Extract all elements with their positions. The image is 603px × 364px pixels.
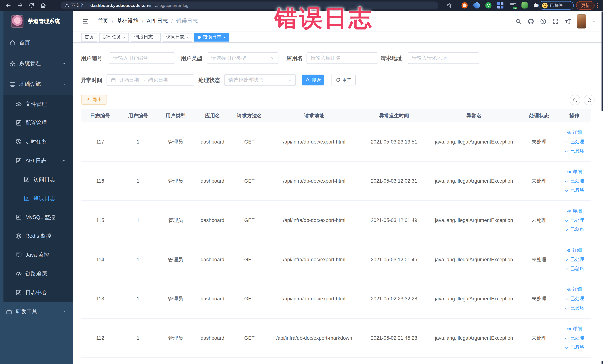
detail-link[interactable]: 详细 <box>567 208 582 214</box>
ignored-link[interactable]: 已忽略 <box>565 148 584 154</box>
breadcrumb: 首页 / 基础设施 / API 日志 / 错误日志 <box>98 18 198 24</box>
cell-user-type: 管理员 <box>157 217 194 224</box>
tag-job[interactable]: 定时任务× <box>99 33 129 41</box>
browser-menu-icon[interactable] <box>597 3 599 8</box>
breadcrumb-api-log[interactable]: API 日志 <box>147 18 168 24</box>
help-icon[interactable] <box>540 18 546 24</box>
logo-image <box>11 15 23 28</box>
user-id-input[interactable]: 请输入用户编号 <box>109 52 175 64</box>
sidebar-item-devtools[interactable]: 研发工具 <box>0 301 73 322</box>
user-type-select[interactable]: 请选择用户类型 <box>207 52 278 64</box>
sidebar-item-mysql[interactable]: MySQL 监控 <box>3 208 73 227</box>
request-url-label: 请求地址 <box>381 52 402 64</box>
sidebar-item-log-center[interactable]: 日志中心 <box>3 283 73 302</box>
address-bar[interactable]: 不安全 dashboard.yudao.iocoder.cn/infra/log… <box>61 1 438 9</box>
home-browser-icon[interactable] <box>40 2 46 8</box>
sidebar-item-infra[interactable]: 基础设施 <box>3 74 73 94</box>
github-icon[interactable] <box>528 18 534 24</box>
detail-link[interactable]: 详细 <box>567 129 582 136</box>
sidebar-item-access-log[interactable]: 访问日志 <box>3 170 73 189</box>
sidebar-item-redis[interactable]: Redis 监控 <box>3 227 73 246</box>
extension-on-badge-icon[interactable]: on <box>510 2 516 8</box>
extension-pin-icon[interactable] <box>473 1 481 10</box>
extension-orange-icon[interactable] <box>462 2 468 8</box>
ignored-link[interactable]: 已忽略 <box>565 344 584 351</box>
cell-log-id: 115 <box>81 217 119 223</box>
back-icon[interactable] <box>5 2 12 8</box>
tag-job-log[interactable]: 调度日志× <box>131 33 161 41</box>
search-button[interactable]: 搜索 <box>302 75 324 85</box>
tag-error-log[interactable]: 错误日志× <box>194 33 229 41</box>
browser-profile-chip[interactable]: 已暂停 <box>538 1 574 10</box>
search-icon[interactable] <box>515 18 522 24</box>
sidebar-item-system[interactable]: 系统管理 <box>3 53 73 74</box>
table-row: 115 1 管理员 dashboard GET /api/infra/db-do… <box>81 201 591 240</box>
update-label: 更新 <box>581 2 590 8</box>
processed-link[interactable]: 已处理 <box>565 295 584 302</box>
extension-green-icon[interactable]: V <box>485 2 491 8</box>
app-logo[interactable]: 芋道管理系统 <box>3 11 73 32</box>
detail-link[interactable]: 详细 <box>567 286 582 293</box>
check-icon <box>565 296 569 301</box>
processed-link[interactable]: 已处理 <box>565 178 584 184</box>
tag-access-log[interactable]: 访问日志× <box>162 33 192 41</box>
breadcrumb-infra[interactable]: 基础设施 <box>117 18 138 24</box>
sidebar-item-job[interactable]: 定时任务 <box>3 132 73 151</box>
search-icon <box>305 78 310 82</box>
processed-link[interactable]: 已处理 <box>565 217 584 223</box>
sidebar-item-trace[interactable]: 链路追踪 <box>3 264 73 283</box>
sidebar-item-java[interactable]: Java 监控 <box>3 246 73 264</box>
tag-label: 首页 <box>84 34 94 40</box>
exception-time-range[interactable]: 开始日期 ~ 结束日期 <box>107 74 194 86</box>
reset-button[interactable]: 重置 <box>331 75 356 85</box>
table-row: 116 1 管理员 dashboard GET /api/infra/db-do… <box>81 162 591 201</box>
sidebar-item-config[interactable]: 配置管理 <box>3 114 73 132</box>
ignored-link[interactable]: 已忽略 <box>565 226 584 233</box>
tag-home[interactable]: 首页 <box>81 33 97 41</box>
app-name-input[interactable]: 请输入应用名 <box>307 52 378 64</box>
processed-link[interactable]: 已处理 <box>565 139 584 145</box>
ignored-link[interactable]: 已忽略 <box>565 187 584 193</box>
toggle-search-button[interactable] <box>570 94 580 105</box>
refresh-table-button[interactable] <box>584 94 594 105</box>
eye-icon <box>567 326 571 331</box>
ignored-link[interactable]: 已忽略 <box>565 305 584 311</box>
browser-update-button[interactable]: 更新 <box>576 1 595 10</box>
cell-method: GET <box>231 335 268 341</box>
breadcrumb-home[interactable]: 首页 <box>98 18 108 24</box>
tab-close-icon[interactable]: × <box>123 35 126 39</box>
processed-link[interactable]: 已处理 <box>565 335 584 341</box>
process-status-select[interactable]: 请选择处理状态 <box>224 74 296 86</box>
reset-label: 重置 <box>342 77 351 83</box>
sidebar-item-label: 定时任务 <box>25 138 47 145</box>
avatar-caret-icon[interactable] <box>592 19 596 23</box>
font-size-icon[interactable] <box>565 18 571 24</box>
detail-link[interactable]: 详细 <box>567 325 582 332</box>
forward-icon[interactable] <box>17 2 23 8</box>
extension-grid-icon[interactable] <box>497 2 503 8</box>
bookmark-star-icon[interactable] <box>446 2 452 8</box>
ignored-link[interactable]: 已忽略 <box>565 266 584 272</box>
warning-icon <box>65 3 69 8</box>
extension-leaf-icon[interactable] <box>522 2 528 8</box>
user-type-label: 用户类型 <box>181 52 202 64</box>
fullscreen-icon[interactable] <box>552 18 559 24</box>
request-url-input[interactable]: 请输入请求地址 <box>408 52 479 64</box>
tab-close-icon[interactable]: × <box>223 35 226 39</box>
detail-link[interactable]: 详细 <box>567 247 582 254</box>
export-button[interactable]: 导出 <box>81 94 107 105</box>
tab-close-icon[interactable]: × <box>155 35 157 39</box>
detail-link[interactable]: 详细 <box>567 169 582 175</box>
tab-close-icon[interactable]: × <box>186 35 189 39</box>
extensions-puzzle-icon[interactable] <box>533 2 539 8</box>
sidebar-item-home[interactable]: 首页 <box>3 32 73 53</box>
processed-link[interactable]: 已处理 <box>565 256 584 263</box>
sidebar-item-api-log[interactable]: API 日志 <box>3 151 73 170</box>
sidebar-item-error-log[interactable]: 错误日志 <box>3 189 73 208</box>
user-avatar[interactable] <box>577 14 586 28</box>
reload-icon[interactable] <box>29 2 35 8</box>
page-scrollbar[interactable] <box>602 12 603 111</box>
hamburger-icon[interactable] <box>82 17 89 25</box>
log-icon <box>15 157 22 164</box>
sidebar-item-file[interactable]: 文件管理 <box>3 94 73 114</box>
